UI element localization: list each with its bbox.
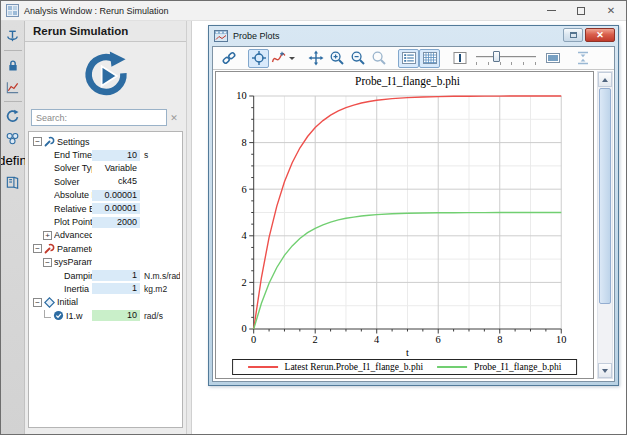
tree-item-unit: kg.m2 [140, 284, 180, 294]
collapse-icon[interactable]: − [43, 258, 52, 267]
svg-text:4: 4 [374, 334, 380, 345]
pan-button[interactable] [305, 49, 326, 68]
scroll-up-button[interactable] [598, 72, 612, 87]
tree-item-label: Damping [64, 271, 92, 281]
tree-item-value [92, 230, 140, 241]
tree-row[interactable]: −sysParams [31, 256, 180, 269]
target-icon [251, 50, 267, 66]
svg-text:0: 0 [242, 323, 247, 334]
probe-restore-button[interactable] [563, 28, 583, 42]
tree-row[interactable]: Relative Error Tole...0.00001 [31, 202, 180, 215]
tree-item-label: I1.w [66, 311, 92, 321]
scroll-down-button[interactable] [598, 363, 612, 378]
analysis-window: Analysis Window : Rerun Simulation ✕ und… [0, 0, 627, 435]
tree-row[interactable]: −Initial [31, 296, 180, 309]
tree-row[interactable]: Solverck45 [31, 175, 180, 188]
probe-window-controls: ✕ [563, 26, 615, 46]
tree-row[interactable]: Damping1N.m.s/rad [31, 269, 180, 282]
rail-separator [4, 101, 22, 102]
tree-item-value[interactable]: 0.00001 [92, 190, 140, 201]
tree-item-value[interactable]: 2000 [92, 217, 140, 228]
tree-item-value[interactable]: 0.00001 [92, 203, 140, 214]
tree-item-label: Solver [54, 177, 92, 187]
cursor-line-button[interactable] [449, 49, 470, 68]
tree-item-label: Initial [57, 297, 92, 307]
collapse-icon[interactable]: − [33, 244, 42, 253]
tree-row[interactable]: Absolute Error Tol...0.00001 [31, 189, 180, 202]
probe-titlebar[interactable]: Probe Plots ✕ [212, 26, 615, 46]
zoom-out-button[interactable] [347, 49, 368, 68]
restore-icon [570, 32, 577, 38]
maximize-icon [577, 7, 585, 15]
library-icon [5, 175, 20, 190]
curve-style-button[interactable] [269, 49, 296, 68]
pan-icon [308, 50, 324, 66]
apps-grid-button[interactable]: undefined [3, 150, 23, 170]
tree-item-label: sysParams [54, 257, 92, 267]
pin-button[interactable] [3, 26, 23, 46]
legend-line-sample [437, 366, 467, 368]
tree-row[interactable]: −Parameters [31, 242, 180, 255]
tree-item-value[interactable]: 1 [92, 270, 140, 281]
svg-text:0: 0 [251, 334, 256, 345]
data-points-button[interactable] [542, 49, 563, 68]
tree-row[interactable]: Solver TypeVariable [31, 162, 180, 175]
time-slider[interactable] [474, 49, 538, 67]
legend-toggle-button[interactable] [398, 49, 419, 68]
tree-item-value[interactable]: 10 [92, 150, 140, 161]
var-icon [53, 310, 65, 321]
svg-text:t: t [406, 347, 409, 358]
slider-thumb[interactable] [493, 51, 500, 62]
tree-row[interactable]: Plot Points2000 [31, 215, 180, 228]
expand-icon[interactable]: + [43, 231, 52, 240]
fit-vertical-button[interactable] [572, 49, 593, 68]
tree-row[interactable]: End Time10s [31, 148, 180, 161]
cursorline-icon [452, 50, 468, 66]
fitv-icon [575, 50, 591, 66]
multibody-button[interactable] [3, 128, 23, 148]
legend-line-sample [248, 366, 278, 368]
link-probe-button[interactable] [218, 49, 239, 68]
close-icon: ✕ [607, 6, 615, 16]
plot-window-button[interactable] [3, 77, 23, 97]
rerun-simulation-button[interactable] [81, 51, 131, 101]
library-button[interactable] [3, 172, 23, 192]
tree-guide-line [44, 310, 51, 318]
app-icon [6, 4, 19, 17]
left-icon-rail: undefined [1, 21, 25, 435]
rerun-icon [5, 109, 20, 124]
scrollbar-thumb[interactable] [599, 88, 611, 304]
legendbox-icon [401, 50, 417, 66]
window-controls: ✕ [536, 1, 626, 20]
collapse-icon[interactable]: − [33, 137, 42, 146]
link-icon [221, 50, 237, 66]
lock-button[interactable] [3, 55, 23, 75]
tree-row[interactable]: I1.w10rad/s [31, 309, 180, 322]
window-titlebar: Analysis Window : Rerun Simulation ✕ [1, 1, 626, 21]
tree-row[interactable]: Inertia1kg.m2 [31, 282, 180, 295]
close-button[interactable]: ✕ [596, 1, 626, 20]
rerun-simulation-rail-button[interactable] [3, 106, 23, 126]
clear-search-icon[interactable]: ✕ [167, 113, 181, 123]
svg-text:8: 8 [497, 334, 502, 345]
grid-toggle-button[interactable] [419, 49, 440, 68]
tree-item-unit: rad/s [140, 311, 180, 321]
search-input[interactable] [31, 109, 167, 126]
svg-text:8: 8 [242, 137, 247, 148]
tree-item-value[interactable]: 1 [92, 283, 140, 294]
vertical-scrollbar[interactable] [597, 71, 613, 379]
tree-item-value[interactable]: 10 [92, 310, 140, 321]
svg-text:10: 10 [236, 90, 246, 101]
probe-cursor-button[interactable] [248, 49, 269, 68]
probe-close-button[interactable]: ✕ [585, 28, 615, 42]
tree-row[interactable]: +Advanced [31, 229, 180, 242]
zoom-reset-button[interactable] [368, 49, 389, 68]
maximize-button[interactable] [566, 1, 596, 20]
zoom-in-button[interactable] [326, 49, 347, 68]
tree-item-label: Relative Error Tole... [54, 204, 92, 214]
tree-row[interactable]: −Settings [31, 135, 180, 148]
svg-text:Probe_I1_flange_b.phi: Probe_I1_flange_b.phi [355, 75, 460, 88]
minimize-button[interactable] [536, 1, 566, 20]
collapse-icon[interactable]: − [33, 298, 42, 307]
legend-item: Latest Rerun.Probe_I1_flange_b.phi [248, 362, 424, 372]
